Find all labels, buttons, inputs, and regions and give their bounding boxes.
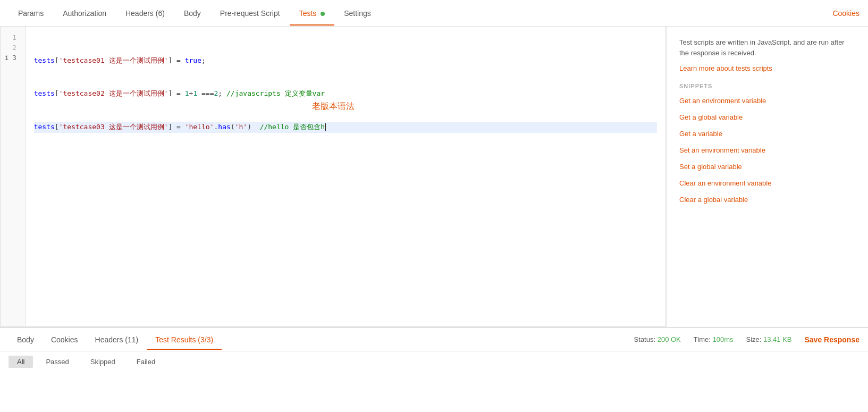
code-lines[interactable]: tests['testcase01 这是一个测试用例'] = true; tes… — [26, 27, 665, 326]
time-label: Time: 100ms — [694, 335, 734, 343]
learn-more-link[interactable]: Learn more about tests scripts — [679, 64, 855, 72]
save-response-button[interactable]: Save Response — [805, 335, 860, 344]
line-number-2: 2 — [5, 43, 21, 53]
tab-authorization[interactable]: Authorization — [53, 2, 116, 25]
code-line-2: tests['testcase02 这是一个测试用例'] = 1+1 ===2;… — [34, 88, 657, 99]
bottom-tab-headers[interactable]: Headers (11) — [87, 330, 147, 349]
filter-tab-failed[interactable]: Failed — [128, 356, 164, 368]
panel-description: Test scripts are written in JavaScript, … — [679, 37, 855, 58]
filter-tab-bar: All Passed Skipped Failed — [0, 351, 868, 372]
snippets-label: SNIPPETS — [679, 83, 855, 89]
snippet-set-env-var[interactable]: Set an environment variable — [679, 146, 855, 154]
line-number-1: 1 — [5, 33, 21, 43]
cookies-link[interactable]: Cookies — [832, 9, 859, 18]
old-syntax-note: 老版本语法 — [312, 101, 355, 112]
active-dot-icon — [321, 12, 325, 16]
code-line-1: tests['testcase01 这是一个测试用例'] = true; — [34, 55, 657, 66]
bottom-tab-bar: Body Cookies Headers (11) Test Results (… — [0, 328, 868, 351]
snippet-get-global-var[interactable]: Get a global variable — [679, 113, 855, 121]
tab-body[interactable]: Body — [174, 2, 210, 25]
cursor — [325, 123, 326, 131]
snippet-get-env-var[interactable]: Get an environment variable — [679, 97, 855, 105]
tab-headers[interactable]: Headers (6) — [116, 2, 174, 25]
bottom-panel: Body Cookies Headers (11) Test Results (… — [0, 327, 868, 412]
filter-tab-skipped[interactable]: Skipped — [82, 356, 124, 368]
line-numbers: 1 2 i 3 — [1, 27, 26, 326]
tab-params[interactable]: Params — [9, 2, 53, 25]
size-label: Size: 13.41 KB — [746, 335, 791, 343]
filter-tab-all[interactable]: All — [9, 356, 33, 368]
line-number-3: i 3 — [5, 53, 21, 63]
code-editor[interactable]: 1 2 i 3 tests['testcase01 这是一个测试用例'] = t… — [0, 27, 666, 327]
bottom-tab-test-results[interactable]: Test Results (3/3) — [147, 330, 222, 349]
tab-pre-request-script[interactable]: Pre-request Script — [210, 2, 290, 25]
code-container: 1 2 i 3 tests['testcase01 这是一个测试用例'] = t… — [1, 27, 665, 326]
tab-settings[interactable]: Settings — [334, 2, 381, 25]
size-value: 13.41 KB — [763, 335, 792, 343]
tab-tests[interactable]: Tests — [290, 2, 335, 25]
filter-tab-passed[interactable]: Passed — [37, 356, 77, 368]
snippet-get-var[interactable]: Get a variable — [679, 130, 855, 138]
status-label: Status: 200 OK — [634, 335, 681, 343]
main-layout: 1 2 i 3 tests['testcase01 这是一个测试用例'] = t… — [0, 27, 868, 327]
time-value: 100ms — [712, 335, 733, 343]
code-line-3: tests['testcase03 这是一个测试用例'] = 'hello'.h… — [34, 122, 657, 133]
bottom-status-bar: Status: 200 OK Time: 100ms Size: 13.41 K… — [634, 335, 859, 344]
snippet-set-global-var[interactable]: Set a global variable — [679, 163, 855, 171]
bottom-tab-cookies[interactable]: Cookies — [43, 330, 87, 349]
status-value: 200 OK — [658, 335, 681, 343]
right-panel: Test scripts are written in JavaScript, … — [666, 27, 868, 327]
snippet-clear-env-var[interactable]: Clear an environment variable — [679, 179, 855, 187]
top-tab-bar: Params Authorization Headers (6) Body Pr… — [0, 0, 868, 27]
snippet-clear-global-var[interactable]: Clear a global variable — [679, 196, 855, 204]
bottom-tab-body[interactable]: Body — [9, 330, 43, 349]
